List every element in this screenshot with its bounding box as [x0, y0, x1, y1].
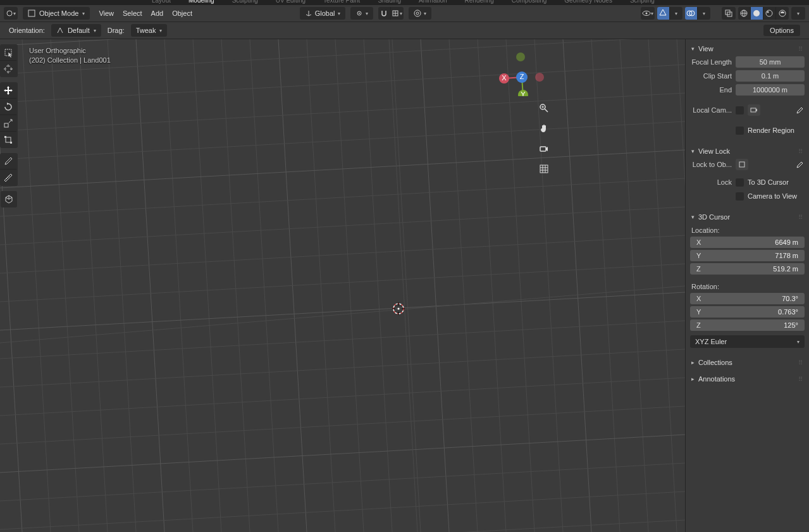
section-viewlock-header[interactable]: ▾View Lock⠿: [688, 144, 807, 158]
overlay-dropdown[interactable]: ▾: [698, 7, 710, 20]
svg-rect-111: [540, 147, 546, 151]
clip-start-field[interactable]: 0.1 m: [736, 70, 805, 82]
toolbar: [0, 44, 18, 207]
eyedropper-icon: [794, 106, 803, 114]
snap-toggle[interactable]: ▾: [378, 7, 404, 20]
drag-dropdown[interactable]: Tweak ▾: [131, 24, 168, 37]
cursor-rotation-x[interactable]: X70.3°: [690, 293, 805, 304]
perspective-button[interactable]: [536, 161, 552, 177]
viewport-3d[interactable]: User Orthographic (202) Collection | Lan…: [0, 39, 685, 532]
svg-rect-91: [4, 136, 6, 138]
gizmo-dropdown[interactable]: ▾: [670, 7, 682, 20]
cursor-icon: [3, 64, 13, 74]
camera-picker-icon[interactable]: [748, 104, 760, 116]
shading-solid[interactable]: [751, 7, 763, 20]
svg-line-26: [108, 39, 136, 532]
svg-line-74: [0, 286, 685, 343]
mode-dropdown[interactable]: Object Mode ▾: [23, 7, 90, 20]
shading-rendered[interactable]: [776, 7, 789, 20]
header-menu-item[interactable]: Add: [151, 9, 164, 17]
svg-line-61: [0, 235, 685, 273]
cursor-location-x[interactable]: X6649 m: [690, 237, 805, 248]
eyedropper-button[interactable]: [793, 104, 805, 116]
cursor-rotation-y[interactable]: Y0.763°: [690, 306, 805, 318]
tool-measure[interactable]: [0, 170, 16, 186]
workspace-tab[interactable]: Geometry Nodes: [564, 0, 612, 4]
xray-button[interactable]: [722, 7, 736, 20]
local-camera-checkbox[interactable]: [736, 106, 744, 114]
cursor-location-y[interactable]: Y7178 m: [690, 250, 805, 261]
zoom-button[interactable]: [536, 100, 552, 116]
svg-line-43: [591, 39, 620, 532]
location-label: Location:: [690, 224, 805, 235]
wireframe-icon: [740, 9, 748, 17]
camera-to-view-checkbox[interactable]: [736, 192, 744, 201]
pan-button[interactable]: [536, 120, 552, 137]
tool-select-box[interactable]: [0, 44, 16, 61]
tool-rotate[interactable]: [0, 99, 16, 115]
workspace-tab[interactable]: Modeling: [188, 0, 214, 4]
show-overlays-button[interactable]: [685, 7, 698, 20]
cursor-location-z[interactable]: Z519.2 m: [690, 263, 805, 275]
workspace-tab[interactable]: Scripting: [630, 0, 655, 4]
visibility-button[interactable]: ▾: [641, 7, 655, 20]
clip-end-field[interactable]: 1000000 m: [736, 84, 805, 96]
proportional-edit-dropdown[interactable]: ▾: [409, 7, 431, 20]
svg-line-23: [22, 39, 51, 532]
rotation-mode-dropdown[interactable]: XYZ Euler▾: [690, 335, 805, 348]
cube-small-icon: [738, 161, 746, 168]
shading-material[interactable]: [763, 7, 776, 20]
transform-orientation-dropdown[interactable]: Global ▾: [300, 7, 345, 20]
svg-line-94: [8, 177, 8, 178]
svg-line-35: [364, 39, 392, 532]
workspace-tab[interactable]: Shading: [378, 0, 401, 4]
tool-move[interactable]: [0, 82, 16, 99]
tool-transform[interactable]: [0, 132, 16, 148]
xray-icon: [724, 9, 733, 18]
section-annotations-title: Annotations: [698, 375, 735, 383]
workspace-tab[interactable]: Sculpting: [232, 0, 258, 4]
focal-length-field[interactable]: 50 mm: [736, 56, 805, 68]
editor-type-button[interactable]: ▾: [4, 7, 18, 20]
orientation-dropdown[interactable]: Default ▾: [51, 24, 101, 37]
header-menu-item[interactable]: View: [99, 9, 114, 17]
section-view-header[interactable]: ▾View⠿: [688, 41, 807, 56]
svg-rect-1: [28, 10, 35, 16]
workspace-tab[interactable]: Layout: [152, 0, 171, 4]
options-button[interactable]: Options: [763, 25, 800, 36]
workspace-tab[interactable]: UV Editing: [276, 0, 306, 4]
tool-scale[interactable]: [0, 115, 16, 132]
eye-icon: [642, 9, 651, 18]
rotation-label: Rotation:: [690, 280, 805, 292]
render-region-checkbox[interactable]: [736, 127, 744, 135]
workspace-tab[interactable]: Texture Paint: [323, 0, 360, 4]
show-gizmo-button[interactable]: [657, 7, 670, 20]
header-menu-item[interactable]: Object: [172, 9, 192, 17]
lock-object-picker[interactable]: [736, 159, 748, 170]
svg-point-82: [398, 308, 400, 310]
section-annotations-header[interactable]: ▸Annotations⠿: [688, 371, 807, 386]
pivot-dropdown[interactable]: ▾: [350, 7, 373, 20]
tool-add-primitive[interactable]: [1, 191, 17, 207]
section-collections-header[interactable]: ▸Collections⠿: [688, 355, 807, 369]
eyedropper-button-2[interactable]: [793, 159, 805, 170]
workspace-tab[interactable]: Animation: [419, 0, 447, 4]
sidebar-panel: ▾View⠿ Focal Length50 mm Clip Start0.1 m…: [685, 39, 809, 532]
svg-line-28: [164, 39, 193, 532]
measure-icon: [3, 173, 13, 183]
camera-view-button[interactable]: [536, 140, 552, 157]
shading-options[interactable]: ▾: [791, 7, 805, 20]
workspace-tab[interactable]: Compositing: [512, 0, 547, 4]
tool-cursor[interactable]: [0, 61, 16, 77]
orientation-label: Orientation:: [9, 27, 45, 34]
shading-wireframe[interactable]: [738, 7, 751, 20]
nav-gizmo[interactable]: X Z Y: [497, 46, 547, 96]
svg-point-7: [414, 10, 421, 16]
workspace-tab[interactable]: Rendering: [465, 0, 494, 4]
header-menu-item[interactable]: Select: [123, 9, 142, 17]
section-3dcursor-header[interactable]: ▾3D Cursor⠿: [688, 209, 807, 224]
svg-point-8: [416, 12, 419, 15]
lock-3d-cursor-checkbox[interactable]: [736, 178, 744, 187]
cursor-rotation-z[interactable]: Z125°: [690, 319, 805, 331]
tool-annotate[interactable]: [0, 153, 16, 170]
